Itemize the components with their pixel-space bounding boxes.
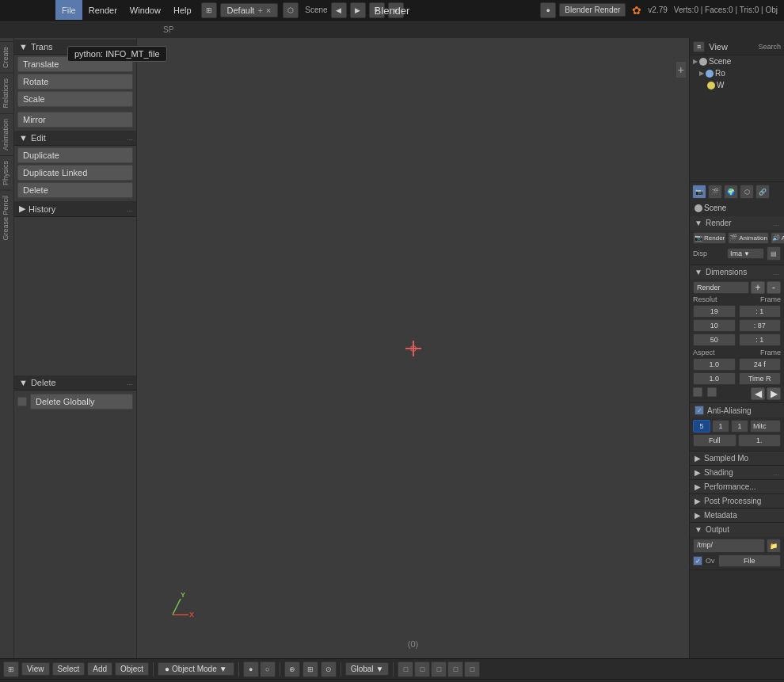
render-section-options[interactable]: ... [773, 219, 779, 227]
render-section-header[interactable]: ▼ Render ... [690, 216, 784, 230]
history-section-options-icon[interactable]: ... [127, 205, 133, 213]
view-menu-btn[interactable]: View [21, 662, 50, 676]
proportional-icon[interactable]: ⊙ [321, 661, 337, 677]
tab-create[interactable]: Create [0, 41, 13, 73]
render-engine-icon[interactable]: ● [540, 2, 556, 18]
output-browse-icon[interactable]: 📁 [767, 539, 781, 553]
layer-icon-2[interactable]: □ [414, 661, 430, 677]
output-ov-checkbox[interactable]: ✓ [693, 556, 702, 566]
global-selector[interactable]: Global ▼ [345, 662, 390, 676]
render-preset-add-btn[interactable]: + [751, 281, 765, 294]
delete-globally-button[interactable]: Delete Globally [30, 394, 133, 410]
render-anim-btn[interactable]: 🎬 Animation [728, 232, 769, 244]
outliner-search[interactable]: Search [758, 43, 781, 51]
dim-prev-btn[interactable]: ◀ [751, 387, 765, 400]
object-tab-icon[interactable]: ⬡ [740, 185, 754, 199]
aa-enable-checkbox[interactable]: ✓ [695, 406, 704, 415]
output-file-format-field[interactable]: File [718, 554, 781, 567]
dimensions-section-header[interactable]: ▼ Dimensions ... [690, 265, 784, 279]
layer-icon-5[interactable]: □ [464, 661, 480, 677]
frame2-val-field[interactable]: 24 f [739, 358, 782, 371]
metadata-section-header[interactable]: ▶ Metadata [690, 509, 784, 522]
constraint-tab-icon[interactable]: 🔗 [755, 185, 770, 199]
render-engine-selector[interactable]: Blender Render [559, 3, 626, 17]
aa-filter-select[interactable]: Mitc [750, 420, 781, 432]
editor-type-icon[interactable]: ⊞ [201, 2, 217, 18]
disp-extra-icon[interactable]: ▤ [767, 246, 781, 261]
aa-full-label-field[interactable]: Full [693, 434, 736, 447]
scene-tab-icon[interactable]: 🎬 [708, 185, 722, 199]
output-section-header[interactable]: ▼ Output [690, 523, 784, 536]
disp-value[interactable]: Ima ▼ [727, 248, 764, 259]
object-menu-btn[interactable]: Object [115, 662, 149, 676]
duplicate-button[interactable]: Duplicate [17, 147, 133, 163]
performance-section-header[interactable]: ▶ Performance... [690, 480, 784, 493]
mirror-button[interactable]: Mirror [17, 112, 133, 128]
scene-type-icon[interactable]: ⬡ [283, 2, 299, 18]
shading-options[interactable]: ... [773, 469, 779, 477]
select-menu-btn[interactable]: Select [52, 662, 86, 676]
dim-checkbox-2[interactable] [707, 387, 717, 397]
tab-relations[interactable]: Relations [0, 73, 13, 113]
scene-add-icon[interactable]: + [369, 2, 385, 18]
layer-icon-1[interactable]: □ [398, 661, 413, 677]
res-x-field[interactable]: 19 [693, 305, 736, 318]
dim-checkbox-1[interactable] [693, 387, 702, 397]
edit-section-header[interactable]: ▼ Edit ... [14, 131, 136, 146]
history-section-header[interactable]: ▶ History ... [14, 201, 136, 217]
outliner-type-btn[interactable]: ≡ [693, 41, 705, 52]
output-path-field[interactable]: /tmp/ [693, 539, 765, 553]
aspect-x-field[interactable]: 1.0 [693, 358, 736, 371]
sampled-section-header[interactable]: ▶ Sampled Mo [690, 451, 784, 465]
outliner-camera-row[interactable]: ▶ Ro [690, 67, 784, 79]
menu-render[interactable]: Render [82, 0, 124, 20]
workspace-close-icon[interactable]: × [266, 6, 271, 15]
time-r-field[interactable]: Time R [739, 372, 782, 385]
render-audio-btn[interactable]: 🔊 Audio [771, 232, 784, 244]
menu-window[interactable]: Window [124, 0, 167, 20]
delete-edit-button[interactable]: Delete [17, 182, 133, 198]
delete-section-header[interactable]: ▼ Delete ... [14, 375, 136, 391]
render-preset-sub-btn[interactable]: - [767, 281, 781, 294]
layer-icon-3[interactable]: □ [431, 661, 447, 677]
workspace-tab[interactable]: Default + × [220, 3, 279, 17]
aa-val1-field[interactable]: 5 [693, 420, 710, 432]
menu-help[interactable]: Help [167, 0, 198, 20]
outliner-lamp-row[interactable]: W [690, 79, 784, 91]
frame-z-field[interactable]: : 1 [739, 333, 782, 346]
scene-prev-icon[interactable]: ◀ [331, 2, 347, 18]
layer-icon-4[interactable]: □ [447, 661, 463, 677]
rotate-button[interactable]: Rotate [17, 74, 133, 90]
aa-val2-field[interactable]: 1 [712, 420, 729, 432]
delete-section-options-icon[interactable]: ... [127, 379, 133, 387]
shading-section-header[interactable]: ▶ Shading ... [690, 466, 784, 479]
aa-val3-field[interactable]: 1 [731, 420, 748, 432]
viewport-ring-icon[interactable]: ○ [260, 661, 276, 677]
snap-icon[interactable]: ⊞ [303, 661, 318, 677]
viewport-type-icon[interactable]: ⊞ [3, 661, 19, 677]
render-tab-icon[interactable]: 📷 [692, 185, 706, 199]
world-tab-icon[interactable]: 🌍 [724, 185, 738, 199]
aa-full-val-field[interactable]: 1. [738, 434, 782, 447]
scale-button[interactable]: Scale [17, 91, 133, 107]
viewport-dot-icon[interactable]: ● [243, 661, 259, 677]
menu-file[interactable]: File [55, 0, 82, 20]
scene-remove-icon[interactable]: × [388, 2, 404, 18]
aa-section-header[interactable]: ✓ Anti-Aliasing [690, 403, 784, 417]
duplicate-linked-button[interactable]: Duplicate Linked [17, 165, 133, 181]
post-proc-section-header[interactable]: ▶ Post Processing [690, 494, 784, 508]
dim-next-btn[interactable]: ▶ [767, 387, 781, 400]
scene-next-icon[interactable]: ▶ [350, 2, 366, 18]
tab-grease-pencil[interactable]: Grease Pencil [0, 190, 13, 246]
frame-y-field[interactable]: : 87 [739, 319, 782, 332]
outliner-scene-row[interactable]: ▶ Scene [690, 55, 784, 67]
render-still-btn[interactable]: 📷 Render [693, 232, 726, 244]
edit-section-options-icon[interactable]: ... [127, 134, 133, 142]
res-y-field[interactable]: 10 [693, 319, 736, 332]
render-preset-field[interactable]: Render [693, 281, 749, 294]
delete-globally-checkbox[interactable] [17, 397, 27, 406]
mode-selector[interactable]: ● Object Mode ▼ [158, 662, 234, 676]
pivot-icon[interactable]: ⊕ [284, 661, 300, 677]
add-menu-btn[interactable]: Add [87, 662, 112, 676]
tab-animation[interactable]: Animation [0, 113, 13, 155]
